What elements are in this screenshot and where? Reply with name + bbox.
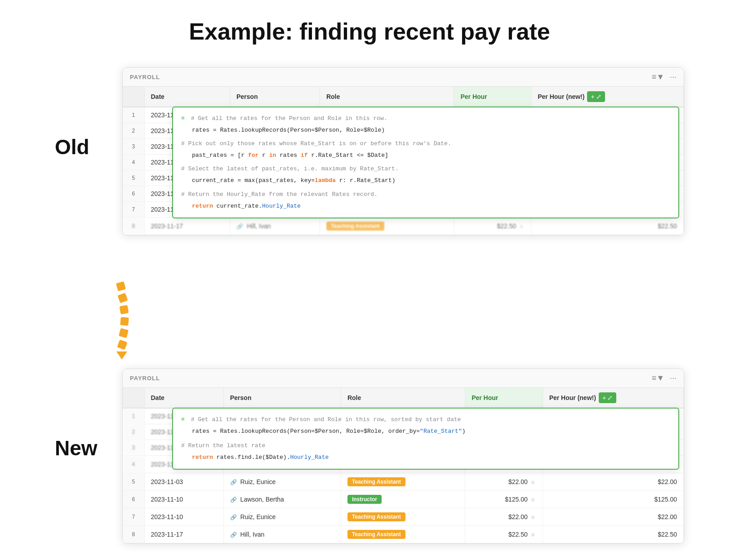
row-person: 🔗 Lawson, Bertha <box>223 491 341 508</box>
new-spreadsheet: PAYROLL ≡▼ ··· Date Person Role Per Hour <box>122 369 684 544</box>
row-role: Teaching Assistant <box>320 218 454 235</box>
examples-container: Old PAYROLL ≡▼ ··· Date Person Ro <box>55 67 684 544</box>
row-num: 1 <box>123 107 144 123</box>
old-header-bar: PAYROLL ≡▼ ··· <box>123 68 684 87</box>
table-row: 8 2023-11-17 🔗 Hill, Ivan Teaching Assis… <box>123 526 684 543</box>
row-per-hour: $125.00 ≡ <box>465 491 543 508</box>
row-num: 4 <box>123 456 144 473</box>
new-example-row: New PAYROLL ≡▼ ··· Date Person Ro <box>55 369 684 544</box>
more-icon[interactable]: ··· <box>670 373 677 383</box>
more-icon[interactable]: ··· <box>670 72 677 82</box>
row-per-hour: $22.00 ≡ <box>465 508 543 526</box>
formula-icon: ≡ <box>181 115 185 122</box>
col-role: Role <box>341 388 465 408</box>
old-table-container: Date Person Role Per Hour Per Hour (new!… <box>123 87 684 235</box>
expand-icon: ⤢ <box>596 93 601 100</box>
code-line-2: # Pick out only those rates whose Rate_S… <box>181 140 451 147</box>
add-col-button[interactable]: + ⤢ <box>599 392 616 403</box>
row-num: 6 <box>123 186 144 202</box>
table-row: 8 2023-11-17 🔗 Hill, Ivan Teaching Assis… <box>123 218 684 235</box>
code-line-4: # Return the Hourly_Rate from the releva… <box>181 191 378 198</box>
row-num: 4 <box>123 155 144 170</box>
dashed-arrow <box>113 280 129 360</box>
formula-icon: ≡ <box>181 416 185 423</box>
add-icon: + <box>591 93 594 100</box>
table-row: 5 2023-11-03 🔗 Ruiz, Eunice Teaching Ass… <box>123 473 684 491</box>
new-table-container: Date Person Role Per Hour Per Hour (new!… <box>123 388 684 543</box>
col-role: Role <box>320 87 454 107</box>
row-num: 2 <box>123 424 144 440</box>
row-new-per-hour: $22.50 <box>531 218 684 235</box>
row-date: 2023-11-10 <box>144 491 223 508</box>
row-role: Instructor <box>341 491 465 508</box>
role-badge-instructor: Instructor <box>347 495 382 504</box>
table-row: 7 2023-11-10 🔗 Ruiz, Eunice Teaching Ass… <box>123 508 684 526</box>
new-code-popup: ≡ # Get all the rates for the Person and… <box>172 408 679 470</box>
col-num <box>123 87 144 107</box>
new-header-bar: PAYROLL ≡▼ ··· <box>123 369 684 388</box>
add-icon: + <box>602 394 606 401</box>
row-date: 2023-11-17 <box>144 526 223 543</box>
row-num: 3 <box>123 139 144 155</box>
row-per-hour: $22.00 ≡ <box>465 473 543 491</box>
col-num <box>123 388 144 408</box>
row-num: 2 <box>123 123 144 139</box>
row-person: 🔗 Hill, Ivan <box>230 218 320 235</box>
row-person: 🔗 Ruiz, Eunice <box>223 508 341 526</box>
role-badge-ta: Teaching Assistant <box>326 222 384 231</box>
row-new-per-hour: $125.00 <box>543 491 683 508</box>
row-num: 6 <box>123 491 144 508</box>
new-spreadsheet-controls: ≡▼ ··· <box>652 373 677 383</box>
old-code-popup: ≡ # Get all the rates for the Person and… <box>172 107 679 218</box>
add-col-button[interactable]: + ⤢ <box>587 91 605 102</box>
old-spreadsheet-controls: ≡▼ ··· <box>652 72 677 82</box>
role-badge-ta: Teaching Assistant <box>347 477 405 486</box>
row-role: Teaching Assistant <box>341 526 465 543</box>
row-date: 2023-11-03 <box>144 473 223 491</box>
expand-icon: ⤢ <box>607 394 613 401</box>
col-per-hour-new: Per Hour (new!) + ⤢ <box>543 388 684 408</box>
new-code-line-2: # Return the latest rate <box>181 442 265 449</box>
old-example-row: Old PAYROLL ≡▼ ··· Date Person Ro <box>55 67 684 236</box>
col-person: Person <box>230 87 320 107</box>
row-role: Teaching Assistant <box>341 473 465 491</box>
role-badge-ta: Teaching Assistant <box>347 530 405 539</box>
old-spreadsheet-title: PAYROLL <box>130 74 160 80</box>
row-num: 7 <box>123 508 144 526</box>
new-code-line-1: # Get all the rates for the Person and R… <box>191 416 461 423</box>
row-person: 🔗 Ruiz, Eunice <box>223 473 341 491</box>
col-date: Date <box>144 388 223 408</box>
col-per-hour: Per Hour <box>465 388 543 408</box>
table-row: 6 2023-11-10 🔗 Lawson, Bertha Instructor… <box>123 491 684 508</box>
row-new-per-hour: $22.50 <box>543 526 683 543</box>
old-spreadsheet: PAYROLL ≡▼ ··· Date Person Role Per Hour <box>122 67 684 236</box>
row-num: 3 <box>123 440 144 456</box>
row-date: 2023-11-17 <box>144 218 230 235</box>
row-num: 5 <box>123 473 144 491</box>
row-person: 🔗 Hill, Ivan <box>223 526 341 543</box>
row-per-hour: $22.50 ≡ <box>454 218 531 235</box>
row-per-hour: $22.50 ≡ <box>465 526 543 543</box>
row-num: 1 <box>123 408 144 424</box>
code-line-3: # Select the latest of past_rates, i.e. … <box>181 165 399 172</box>
new-label-col: New <box>55 369 109 460</box>
row-num: 5 <box>123 170 144 186</box>
row-num: 7 <box>123 202 144 218</box>
old-label: Old <box>55 135 89 159</box>
role-badge-ta: Teaching Assistant <box>347 512 405 521</box>
col-person: Person <box>223 388 341 408</box>
col-per-hour: Per Hour <box>454 87 531 107</box>
new-label: New <box>55 436 98 460</box>
row-role: Teaching Assistant <box>341 508 465 526</box>
row-new-per-hour: $22.00 <box>543 508 683 526</box>
row-num: 8 <box>123 526 144 543</box>
row-num: 8 <box>123 218 144 235</box>
filter-icon[interactable]: ≡▼ <box>652 373 664 383</box>
old-label-col: Old <box>55 67 109 159</box>
filter-icon[interactable]: ≡▼ <box>652 72 664 82</box>
row-date: 2023-11-10 <box>144 508 223 526</box>
col-date: Date <box>144 87 230 107</box>
page-title: Example: finding recent pay rate <box>189 18 550 45</box>
new-spreadsheet-title: PAYROLL <box>130 375 160 382</box>
col-per-hour-new: Per Hour (new!) + ⤢ <box>531 87 683 107</box>
